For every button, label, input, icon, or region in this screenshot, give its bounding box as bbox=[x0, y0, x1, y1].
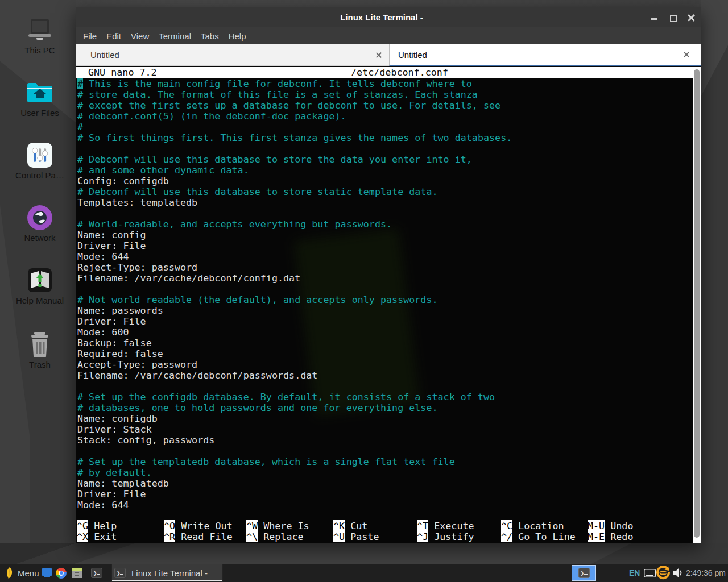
terminal-screen[interactable]: GNU nano 7.2 /etc/debconf.conf # This is… bbox=[76, 66, 701, 543]
file-manager-icon[interactable] bbox=[72, 564, 82, 582]
editor-line: Accept-Type: password bbox=[77, 359, 692, 370]
tab-close-icon[interactable] bbox=[374, 51, 383, 60]
keyboard-icon[interactable] bbox=[644, 564, 656, 582]
desktop-icon-label: Help Manual bbox=[8, 296, 72, 305]
nano-shortcut: ^J Justify bbox=[417, 531, 474, 542]
nano-shortcut: ^C Location bbox=[501, 521, 564, 531]
nano-filename: /etc/debconf.conf bbox=[351, 67, 448, 78]
taskbar-separator bbox=[107, 568, 109, 578]
editor-line: Name: configdb bbox=[77, 413, 692, 424]
editor-line: Backup: false bbox=[77, 338, 692, 348]
editor-line: Config: configdb bbox=[77, 176, 692, 186]
editor-line: # World-readable, and accepts everything… bbox=[77, 219, 692, 230]
keyboard-layout-indicator[interactable]: EN bbox=[629, 564, 640, 582]
editor-line: Reject-Type: password bbox=[77, 262, 692, 273]
terminal-scrollbar[interactable] bbox=[693, 67, 701, 543]
desktop-icon-label: Control Pa… bbox=[8, 171, 72, 180]
update-manager-icon[interactable] bbox=[656, 564, 671, 582]
nano-shortcut: ^G Help bbox=[77, 521, 117, 531]
editor-line: Filename: /var/cache/debconf/passwords.d… bbox=[77, 370, 692, 381]
menu-label[interactable]: Menu bbox=[18, 564, 39, 582]
workspace-window-icon bbox=[578, 568, 590, 578]
help-manual-icon bbox=[8, 266, 72, 294]
editor-line: # This is the main config file for debco… bbox=[77, 78, 692, 89]
editor-line: Filename: /var/cache/debconf/config.dat bbox=[77, 273, 692, 284]
nano-shortcut: ^W Where Is bbox=[246, 521, 309, 531]
nano-shortcut: ^X Exit bbox=[77, 531, 117, 542]
editor-line: Stack: config, passwords bbox=[77, 435, 692, 446]
desktop-icon-user-files[interactable]: User Files bbox=[8, 78, 72, 118]
control-panel-icon bbox=[8, 141, 72, 169]
editor-line: Required: false bbox=[77, 348, 692, 359]
nano-buffer: # This is the main config file for debco… bbox=[77, 78, 692, 510]
tab-untitled-2[interactable]: Untitled bbox=[389, 44, 701, 66]
editor-line: # and some other dynamic data. bbox=[77, 165, 692, 176]
desktop-icon-label: This PC bbox=[8, 45, 72, 55]
chrome-icon[interactable] bbox=[56, 564, 67, 582]
wallpaper-right-wedge bbox=[701, 0, 728, 119]
linux-lite-logo-icon bbox=[5, 567, 15, 579]
desktop-icon-this-pc[interactable]: This PC bbox=[8, 16, 72, 55]
desktop-launcher-icon[interactable] bbox=[42, 564, 52, 582]
terminal-launcher-icon[interactable] bbox=[91, 564, 102, 582]
tab-close-icon[interactable] bbox=[682, 50, 691, 59]
trash-icon bbox=[8, 330, 72, 359]
desktop-icon-trash[interactable]: Trash bbox=[8, 330, 72, 369]
nano-shortcut: ^R Read File bbox=[164, 531, 233, 542]
menu-tabs[interactable]: Tabs bbox=[201, 31, 219, 41]
wallpaper-left-light-bottom bbox=[0, 205, 30, 543]
tabbar: Untitled Untitled bbox=[76, 44, 701, 66]
menu-edit[interactable]: Edit bbox=[106, 31, 121, 41]
editor-line bbox=[77, 381, 692, 392]
start-menu-button[interactable] bbox=[5, 564, 15, 582]
window-titlebar[interactable]: Linux Lite Terminal - bbox=[76, 7, 701, 27]
nano-shortcut: ^/ Go To Line bbox=[501, 531, 576, 542]
editor-line: Name: passwords bbox=[77, 305, 692, 316]
terminal-icon bbox=[114, 568, 126, 578]
tab-label: Untitled bbox=[90, 50, 119, 60]
desktop-icon-help-manual[interactable]: Help Manual bbox=[8, 266, 72, 305]
editor-line: Driver: Stack bbox=[77, 424, 692, 435]
user-files-icon bbox=[8, 78, 72, 107]
tab-label: Untitled bbox=[398, 50, 427, 60]
network-icon bbox=[8, 203, 72, 232]
desktop-icon-network[interactable]: Network bbox=[8, 203, 72, 243]
taskbar: Menu Linux Lite Terminal - EN bbox=[0, 564, 728, 582]
editor-line: # Debconf will use this database to stor… bbox=[77, 154, 692, 165]
menu-file[interactable]: File bbox=[83, 31, 97, 41]
task-button-label: Linux Lite Terminal - bbox=[131, 568, 208, 578]
editor-line bbox=[77, 284, 692, 294]
desktop-icon-label: Network bbox=[8, 233, 72, 243]
editor-line: # by default. bbox=[77, 467, 692, 478]
taskbar-clock[interactable]: 2:49:36 pm bbox=[686, 564, 726, 582]
maximize-button[interactable] bbox=[668, 13, 677, 22]
menu-help[interactable]: Help bbox=[229, 31, 246, 41]
editor-line bbox=[77, 208, 692, 219]
editor-line bbox=[77, 446, 692, 456]
editor-line: # Not world readable (the default), and … bbox=[77, 294, 692, 305]
close-button[interactable] bbox=[687, 13, 696, 22]
editor-line bbox=[77, 143, 692, 154]
desktop-icon-control-panel[interactable]: Control Pa… bbox=[8, 141, 72, 180]
nano-version: GNU nano 7.2 bbox=[88, 67, 157, 78]
scrollbar-thumb[interactable] bbox=[694, 69, 700, 538]
menu-terminal[interactable]: Terminal bbox=[159, 31, 191, 41]
editor-line: Name: config bbox=[77, 230, 692, 240]
task-button-terminal[interactable]: Linux Lite Terminal - bbox=[111, 564, 223, 582]
volume-icon[interactable] bbox=[672, 564, 684, 582]
editor-line: # bbox=[77, 122, 692, 132]
nano-shortcut: M-U Undo bbox=[588, 521, 633, 531]
editor-line: Mode: 644 bbox=[77, 251, 692, 262]
nano-shortcut: ^O Write Out bbox=[164, 521, 233, 531]
workspace-switcher[interactable] bbox=[572, 565, 596, 581]
menu-view[interactable]: View bbox=[131, 31, 149, 41]
terminal-window: Linux Lite Terminal - FileEditViewTermin… bbox=[76, 7, 701, 543]
nano-shortcut: ^K Cut bbox=[333, 521, 367, 531]
editor-line: # Set up the templatedb database, which … bbox=[77, 456, 692, 467]
editor-line: # databases, one to hold passwords and o… bbox=[77, 402, 692, 413]
window-title: Linux Lite Terminal - bbox=[76, 7, 688, 28]
editor-line: Mode: 644 bbox=[77, 500, 692, 510]
minimize-button[interactable] bbox=[650, 13, 659, 22]
desktop-icon-label: Trash bbox=[8, 360, 72, 369]
tab-untitled-1[interactable]: Untitled bbox=[76, 44, 389, 66]
